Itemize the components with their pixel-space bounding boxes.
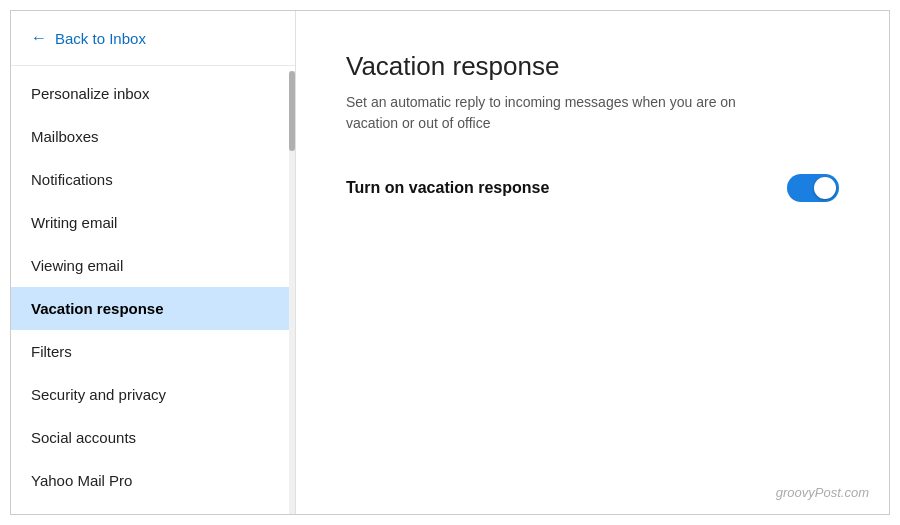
- sidebar-item-viewing-email[interactable]: Viewing email: [11, 244, 295, 287]
- back-to-inbox-link[interactable]: ← Back to Inbox: [11, 11, 295, 66]
- sidebar-item-vacation-response[interactable]: Vacation response: [11, 287, 295, 330]
- sidebar-item-mailboxes[interactable]: Mailboxes: [11, 115, 295, 158]
- page-description: Set an automatic reply to incoming messa…: [346, 92, 766, 134]
- page-title: Vacation response: [346, 51, 839, 82]
- settings-window: ← Back to Inbox Personalize inbox Mailbo…: [10, 10, 890, 515]
- sidebar-item-yahoo-mail-pro[interactable]: Yahoo Mail Pro: [11, 459, 295, 502]
- vacation-response-toggle-row: Turn on vacation response: [346, 174, 839, 202]
- scrollbar-thumb[interactable]: [289, 71, 295, 151]
- sidebar-item-social-accounts[interactable]: Social accounts: [11, 416, 295, 459]
- sidebar-item-personalize-inbox[interactable]: Personalize inbox: [11, 72, 295, 115]
- back-arrow-icon: ←: [31, 29, 47, 47]
- toggle-knob: [814, 177, 836, 199]
- vacation-response-toggle[interactable]: [787, 174, 839, 202]
- main-content: Vacation response Set an automatic reply…: [296, 11, 889, 514]
- sidebar-item-writing-email[interactable]: Writing email: [11, 201, 295, 244]
- sidebar-item-filters[interactable]: Filters: [11, 330, 295, 373]
- scrollbar-track: [289, 71, 295, 514]
- sidebar-item-security-privacy[interactable]: Security and privacy: [11, 373, 295, 416]
- nav-list: Personalize inbox Mailboxes Notification…: [11, 66, 295, 514]
- sidebar: ← Back to Inbox Personalize inbox Mailbo…: [11, 11, 296, 514]
- sidebar-item-notifications[interactable]: Notifications: [11, 158, 295, 201]
- toggle-label: Turn on vacation response: [346, 179, 549, 197]
- back-to-inbox-label: Back to Inbox: [55, 30, 146, 47]
- watermark: groovyPost.com: [776, 485, 869, 500]
